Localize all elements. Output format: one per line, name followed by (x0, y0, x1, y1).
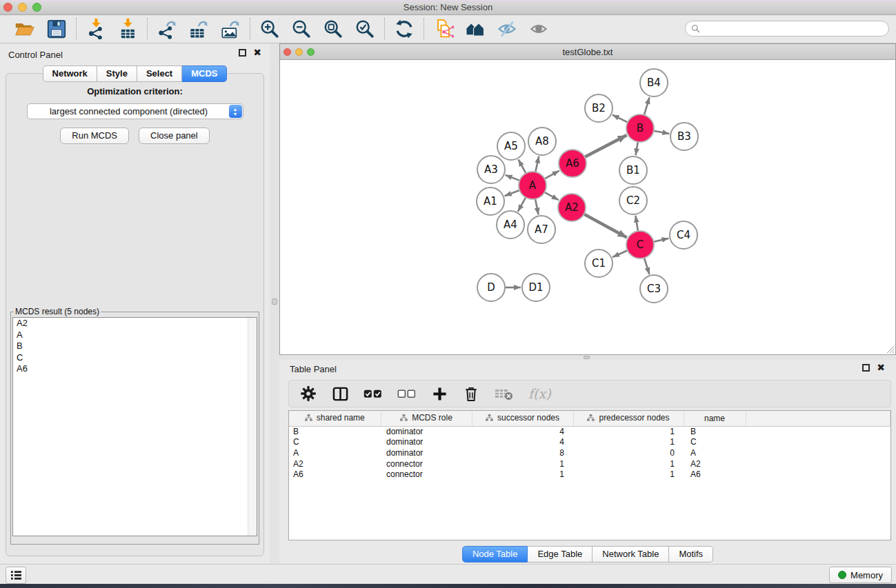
column-header-name[interactable]: name (684, 411, 746, 426)
edge-C-C3[interactable] (644, 258, 649, 274)
import-table-button[interactable] (115, 17, 140, 41)
edge-A2-C[interactable] (584, 214, 627, 238)
delete-icon (464, 386, 478, 402)
edge-C-C2[interactable] (635, 216, 638, 232)
main-toolbar (0, 15, 896, 43)
edge-A-A4[interactable] (518, 197, 526, 211)
home-icon (465, 19, 486, 39)
export-network-button[interactable] (155, 17, 179, 41)
table-close-icon[interactable]: ✖ (877, 364, 885, 372)
run-mcds-button[interactable]: Run MCDS (60, 128, 129, 144)
tab-edge-table[interactable]: Edge Table (528, 546, 593, 562)
tab-mcds[interactable]: MCDS (182, 65, 227, 82)
edge-B-B3[interactable] (654, 131, 670, 134)
zoom-fit-button[interactable] (321, 17, 346, 41)
settings-button[interactable] (300, 384, 317, 403)
result-item[interactable]: C (13, 352, 257, 364)
table-row[interactable]: A6connector11A6 (289, 469, 890, 480)
edge-A-A1[interactable] (505, 190, 520, 196)
resize-grip-icon[interactable] (885, 344, 895, 354)
close-panel-icon[interactable]: ✖ (253, 49, 261, 57)
edge-A-A8[interactable] (535, 156, 539, 172)
result-item[interactable]: A2 (13, 318, 257, 330)
deselect-all-button[interactable] (397, 384, 416, 403)
result-item[interactable]: A (13, 330, 257, 341)
table-header-row[interactable]: shared nameMCDS rolesuccessor nodesprede… (289, 411, 890, 426)
column-header-successor-nodes[interactable]: successor nodes (472, 411, 573, 426)
import-network-button[interactable] (83, 17, 108, 41)
tab-network-table[interactable]: Network Table (593, 546, 669, 562)
dropdown-stepper-icon: ▲▼ (229, 105, 242, 118)
edge-B-B4[interactable] (644, 97, 650, 115)
memory-button[interactable]: Memory (829, 567, 892, 583)
show-panels-icon (528, 19, 549, 39)
column-header-MCDS-role[interactable]: MCDS role (381, 411, 472, 426)
clone-network-button[interactable] (431, 17, 456, 41)
edge-A-A6[interactable] (545, 171, 559, 179)
result-scrollbar[interactable] (248, 318, 257, 536)
open-session-button[interactable] (12, 17, 37, 41)
import-table-icon (117, 19, 138, 39)
tab-style[interactable]: Style (97, 65, 137, 82)
edge-B-B1[interactable] (636, 142, 638, 156)
add-button[interactable] (431, 384, 448, 403)
table-float-icon[interactable] (862, 364, 870, 372)
table-row[interactable]: Adominator80A (289, 447, 890, 458)
column-sort-icon (305, 414, 312, 421)
zoom-in-button[interactable] (257, 17, 282, 41)
table-row[interactable]: Bdominator41B (289, 426, 890, 437)
export-table-button[interactable] (186, 17, 211, 41)
edge-B-B2[interactable] (613, 115, 628, 123)
node-label-A4: A4 (504, 219, 517, 231)
home-button[interactable] (463, 17, 488, 41)
hide-panels-button[interactable] (495, 17, 519, 41)
horizontal-splitter-handle[interactable] (584, 356, 590, 359)
column-header-predecessor-nodes[interactable]: predecessor nodes (573, 411, 684, 426)
show-panels-button[interactable] (526, 17, 551, 41)
save-session-button[interactable] (44, 17, 69, 41)
open-session-icon (14, 19, 35, 39)
tab-network[interactable]: Network (43, 65, 97, 82)
edge-C-C1[interactable] (613, 250, 628, 257)
close-panel-button[interactable]: Close panel (139, 128, 210, 144)
tab-node-table[interactable]: Node Table (462, 546, 528, 562)
tab-select[interactable]: Select (137, 65, 182, 82)
network-window-titlebar[interactable]: testGlobe.txt (280, 44, 895, 60)
zoom-out-icon (291, 19, 312, 39)
column-sort-icon (400, 414, 408, 421)
result-item[interactable]: B (13, 341, 257, 352)
task-history-button[interactable] (6, 567, 26, 584)
export-table-icon (188, 19, 209, 39)
criterion-dropdown[interactable]: largest connected component (directed) ▲… (27, 103, 243, 119)
table-row[interactable]: A2connector11A2 (289, 458, 890, 469)
select-all-button[interactable] (364, 384, 382, 403)
zoom-selected-button[interactable] (352, 17, 377, 41)
table-row[interactable]: Cdominator41C (289, 437, 890, 448)
search-input[interactable] (700, 21, 888, 36)
columns-button[interactable] (332, 384, 348, 403)
result-item[interactable]: A6 (13, 363, 257, 375)
tab-motifs[interactable]: Motifs (669, 546, 713, 562)
vertical-splitter[interactable] (270, 43, 279, 564)
column-header-shared-name[interactable]: shared name (289, 411, 381, 426)
edge-C-C4[interactable] (654, 239, 669, 242)
horizontal-splitter[interactable] (279, 355, 896, 360)
edge-A-A3[interactable] (506, 175, 520, 181)
edge-A-A5[interactable] (519, 159, 526, 173)
edge-A-A2[interactable] (544, 192, 558, 200)
node-table: shared nameMCDS rolesuccessor nodesprede… (288, 410, 891, 540)
delete-table-icon (495, 387, 513, 401)
zoom-in-icon (259, 19, 280, 39)
network-canvas[interactable]: AA1A2A3A4A5A6A7A8BB1B2B3B4CC1C2C3C4DD1 (280, 60, 895, 354)
vertical-splitter-handle[interactable] (272, 298, 277, 305)
export-image-button[interactable] (218, 17, 243, 41)
zoom-out-button[interactable] (289, 17, 314, 41)
delete-button[interactable] (463, 384, 479, 403)
refresh-button[interactable] (392, 17, 417, 41)
list-icon (10, 570, 22, 580)
float-panel-icon[interactable] (239, 49, 246, 57)
edge-A6-B[interactable] (585, 135, 627, 157)
edge-A-A7[interactable] (535, 199, 539, 215)
search-field[interactable] (685, 21, 889, 37)
save-session-icon (46, 19, 67, 39)
